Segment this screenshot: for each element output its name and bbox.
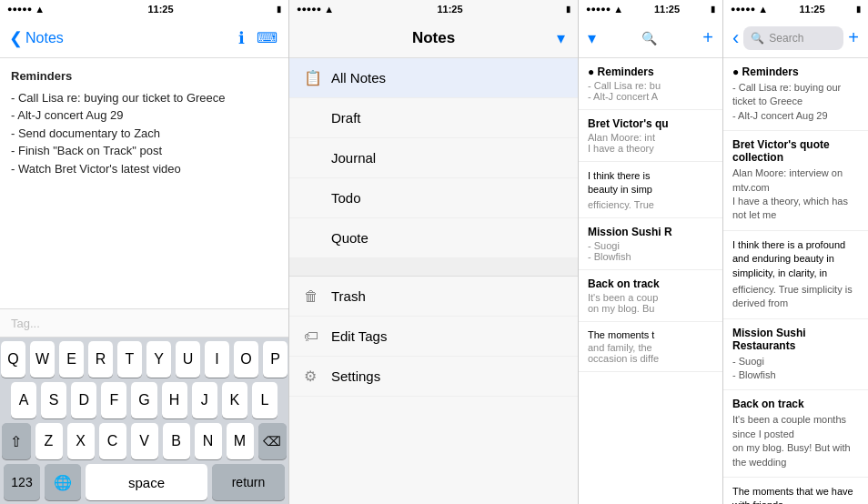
sidebar-item-journal[interactable]: Journal — [289, 138, 578, 178]
key-t[interactable]: T — [117, 341, 142, 378]
detail-add-icon[interactable]: + — [848, 27, 859, 48]
detail-item-mission[interactable]: Mission Sushi Restaurants - Suogi- Blowf… — [723, 319, 868, 391]
key-v[interactable]: V — [131, 423, 158, 459]
detail-item-moments[interactable]: The moments that we have with friendsand… — [723, 478, 868, 504]
chevron-down-icon: ▾ — [557, 28, 565, 48]
key-i[interactable]: I — [205, 341, 229, 378]
keyboard-button[interactable]: ⌨ — [254, 25, 279, 51]
key-shift[interactable]: ⇧ — [2, 423, 31, 459]
sidebar-item-draft[interactable]: Draft — [289, 98, 578, 138]
key-s[interactable]: S — [41, 382, 66, 418]
detail-item-reminders[interactable]: ● Reminders - Call Lisa re: buying our t… — [723, 58, 868, 131]
list-item-preview-4: - Suogi- Blowfish — [588, 240, 713, 262]
list-panel: ●●●●● ▲ 11:25 ▮ ▾ 🔍 + ● Reminders - Call… — [579, 0, 723, 504]
sidebar-item-edit-tags[interactable]: 🏷 Edit Tags — [289, 317, 578, 357]
list-item-bret[interactable]: Bret Victor's qu Alan Moore: intI have a… — [579, 110, 722, 162]
battery-icon-2: ▮ — [566, 5, 570, 14]
detail-items: ● Reminders - Call Lisa re: buying our t… — [723, 58, 868, 504]
wifi-icon-2: ▲ — [324, 4, 334, 15]
note-line-4: - Finish "Back on Track" post — [11, 142, 278, 160]
key-return[interactable]: return — [212, 464, 285, 500]
key-j[interactable]: J — [192, 382, 217, 418]
battery-icons-4: ▮ — [856, 5, 861, 14]
signal-icons-4: ●●●●● ▲ — [731, 4, 768, 15]
key-m[interactable]: M — [227, 423, 254, 459]
key-b[interactable]: B — [163, 423, 190, 459]
key-y[interactable]: Y — [146, 341, 171, 378]
list-item-back[interactable]: Back on track It's been a coupon my blog… — [579, 270, 722, 322]
detail-title-2: Bret Victor's quote collection — [732, 138, 859, 164]
key-globe[interactable]: 🌐 — [45, 464, 81, 500]
kb-row-1: Q W E R T Y U I O P — [2, 341, 287, 378]
list-chevron-icon[interactable]: ▾ — [588, 28, 596, 48]
key-z[interactable]: Z — [35, 423, 63, 459]
sidebar-item-all-notes[interactable]: 📋 All Notes — [289, 58, 578, 98]
detail-title-4: Mission Sushi Restaurants — [732, 327, 859, 352]
list-item-reminders[interactable]: ● Reminders - Call Lisa re: bu- Alt-J co… — [579, 58, 722, 110]
info-button[interactable]: ℹ — [228, 25, 254, 51]
key-l[interactable]: L — [252, 382, 278, 418]
kb-row-bottom: 123 🌐 space return — [2, 464, 287, 500]
key-q[interactable]: Q — [1, 341, 25, 378]
back-button[interactable]: ❮ Notes — [9, 28, 64, 48]
detail-back-icon[interactable]: ‹ — [732, 26, 739, 50]
list-item-title-6: The moments t — [588, 329, 713, 340]
note-content[interactable]: Reminders - Call Lisa re: buying our tic… — [0, 58, 288, 308]
key-u[interactable]: U — [176, 341, 200, 378]
list-item-mission[interactable]: Mission Sushi R - Suogi- Blowfish — [579, 218, 722, 270]
sidebar-item-quote[interactable]: Quote — [289, 218, 578, 258]
sidebar-item-settings[interactable]: ⚙ Settings — [289, 357, 578, 397]
list-item-preview-1: - Call Lisa re: bu- Alt-J concert A — [588, 80, 713, 102]
key-w[interactable]: W — [30, 341, 55, 378]
list-item-preview-6: and family, theoccasion is diffe — [588, 342, 713, 364]
battery-icons-3: ▮ — [711, 5, 715, 14]
list-search-icon[interactable]: 🔍 — [641, 31, 657, 45]
time-display-2: 11:25 — [437, 4, 462, 15]
back-label[interactable]: Notes — [25, 30, 64, 46]
list-item-title-2: Bret Victor's qu — [588, 117, 713, 130]
detail-item-bret[interactable]: Bret Victor's quote collection Alan Moor… — [723, 131, 868, 231]
detail-preview-5: It's been a couple months since I posted… — [732, 413, 859, 469]
key-x[interactable]: X — [67, 423, 95, 459]
key-d[interactable]: D — [71, 382, 96, 418]
status-bar-list: ●●●●● ▲ 11:25 ▮ — [579, 0, 722, 18]
key-num[interactable]: 123 — [4, 464, 40, 500]
list-item-moments[interactable]: The moments t and family, theoccasion is… — [579, 322, 722, 372]
detail-item-back[interactable]: Back on track It's been a couple months … — [723, 390, 868, 478]
list-nav: ▾ 🔍 + — [579, 18, 722, 58]
list-item-beauty[interactable]: I think there isbeauty in simp efficienc… — [579, 162, 722, 218]
wifi-icon: ▲ — [35, 4, 45, 15]
sidebar-item-trash[interactable]: 🗑 Trash — [289, 277, 578, 317]
key-f[interactable]: F — [101, 382, 126, 418]
key-delete[interactable]: ⌫ — [258, 423, 288, 459]
key-p[interactable]: P — [263, 341, 288, 378]
key-space[interactable]: space — [86, 464, 207, 500]
tags-icon: 🏷 — [304, 328, 322, 345]
key-c[interactable]: C — [99, 423, 126, 459]
key-k[interactable]: K — [222, 382, 247, 418]
journal-label: Journal — [331, 150, 376, 166]
key-r[interactable]: R — [88, 341, 113, 378]
key-g[interactable]: G — [131, 382, 156, 418]
settings-label: Settings — [331, 368, 380, 384]
notes-icon: 📋 — [304, 69, 322, 86]
detail-item-beauty[interactable]: I think there is a profound and enduring… — [723, 231, 868, 319]
sidebar-items: 📋 All Notes Draft Journal Todo Quote 🗑 T… — [289, 58, 578, 504]
list-item-title-1: ● Reminders — [588, 66, 713, 78]
list-add-icon[interactable]: + — [702, 27, 713, 48]
tag-placeholder: Tag... — [11, 317, 40, 330]
key-e[interactable]: E — [59, 341, 84, 378]
editor-panel: ●●●●● ▲ 11:25 ▮ ❮ Notes ℹ ⌨ Reminders - … — [0, 0, 289, 504]
key-h[interactable]: H — [162, 382, 187, 418]
keyboard: Q W E R T Y U I O P A S D F G H J K L ⇧ … — [0, 338, 288, 504]
key-a[interactable]: A — [11, 382, 36, 418]
trash-label: Trash — [331, 288, 366, 304]
sidebar-item-todo[interactable]: Todo — [289, 178, 578, 218]
time-display: 11:25 — [147, 4, 173, 15]
tag-bar[interactable]: Tag... — [0, 308, 288, 338]
note-line-3: - Send documentary to Zach — [11, 125, 278, 143]
key-o[interactable]: O — [234, 341, 258, 378]
detail-search-bar[interactable]: 🔍 Search — [743, 26, 843, 50]
key-n[interactable]: N — [195, 423, 222, 459]
detail-title-1: ● Reminders — [732, 66, 859, 78]
